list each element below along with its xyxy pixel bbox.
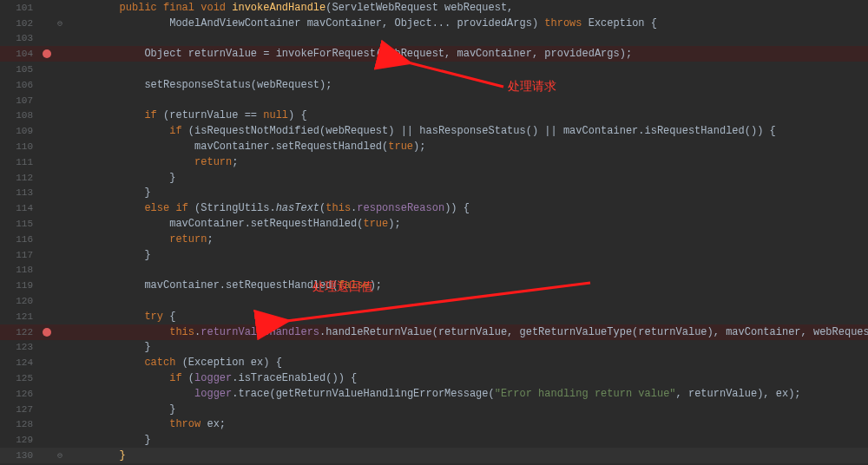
code-line-110[interactable]: 110 mavContainer.setRequestHandled(true)… (0, 139, 868, 154)
line-number: 111 (0, 157, 40, 167)
line-number: 129 (0, 435, 40, 445)
line-number: 102 (0, 18, 40, 29)
code-line-103[interactable]: 103 (0, 31, 868, 47)
line-number: 105 (0, 64, 40, 75)
fold-gutter[interactable]: ⊖ (54, 18, 66, 29)
code-text[interactable]: this.returnValueHandlers.handleReturnVal… (66, 326, 868, 338)
line-number: 118 (0, 265, 40, 275)
code-text[interactable]: } (66, 434, 868, 446)
code-text[interactable]: Object returnValue = invokeForRequest(we… (66, 48, 868, 60)
code-text[interactable]: mavContainer.setRequestHandled(true); (66, 141, 868, 153)
code-line-128[interactable]: 128 throw ex; (0, 417, 868, 433)
line-number: 115 (0, 219, 40, 229)
line-number: 104 (0, 49, 40, 59)
line-number: 127 (0, 404, 40, 415)
code-text[interactable]: logger.trace(getReturnValueHandlingError… (66, 388, 868, 400)
code-line-129[interactable]: 129 } (0, 432, 868, 448)
code-line-102[interactable]: 102⊖ ModelAndViewContainer mavContainer,… (0, 16, 868, 31)
line-number: 122 (0, 327, 40, 337)
breakpoint-gutter[interactable] (40, 328, 54, 337)
line-number: 110 (0, 141, 40, 152)
line-number: 116 (0, 234, 40, 245)
line-number: 121 (0, 311, 40, 322)
line-number: 125 (0, 373, 40, 383)
code-line-114[interactable]: 114 else if (StringUtils.hasText(this.re… (0, 200, 868, 216)
line-number: 113 (0, 187, 40, 198)
code-line-130[interactable]: 130⊖ } (0, 448, 868, 463)
code-text[interactable]: if (returnValue == null) { (66, 109, 868, 121)
code-line-121[interactable]: 121 try { (0, 309, 868, 324)
code-line-117[interactable]: 117 } (0, 247, 868, 263)
code-editor[interactable]: 101 public final void invokeAndHandle(Se… (0, 0, 868, 465)
code-line-112[interactable]: 112 } (0, 170, 868, 186)
code-text[interactable]: try { (66, 311, 868, 323)
code-text[interactable]: if (logger.isTraceEnabled()) { (66, 372, 868, 384)
code-text[interactable]: } (66, 187, 868, 199)
code-line-113[interactable]: 113 } (0, 186, 868, 201)
line-number: 101 (0, 3, 40, 13)
code-line-111[interactable]: 111 return; (0, 154, 868, 170)
code-line-123[interactable]: 123 } (0, 340, 868, 356)
line-number: 126 (0, 389, 40, 399)
line-number: 103 (0, 33, 40, 43)
code-line-122[interactable]: 122 this.returnValueHandlers.handleRetur… (0, 324, 868, 340)
line-number: 106 (0, 80, 40, 90)
code-line-118[interactable]: 118 (0, 263, 868, 278)
breakpoint-icon[interactable] (43, 328, 51, 337)
line-number: 128 (0, 419, 40, 429)
code-text[interactable]: setResponseStatus(webRequest); (66, 79, 868, 91)
code-line-127[interactable]: 127 } (0, 402, 868, 417)
line-number: 108 (0, 110, 40, 121)
code-text[interactable]: catch (Exception ex) { (66, 357, 868, 369)
code-text[interactable]: return; (66, 156, 868, 168)
code-line-125[interactable]: 125 if (logger.isTraceEnabled()) { (0, 370, 868, 386)
line-number: 130 (0, 450, 40, 461)
code-text[interactable]: public final void invokeAndHandle(Servle… (66, 2, 868, 14)
line-number: 117 (0, 250, 40, 260)
line-number: 112 (0, 173, 40, 183)
code-text[interactable]: return; (66, 233, 868, 246)
line-number: 119 (0, 280, 40, 291)
fold-gutter[interactable]: ⊖ (54, 450, 66, 461)
code-text[interactable]: mavContainer.setRequestHandled(true); (66, 218, 868, 230)
line-number: 123 (0, 342, 40, 352)
line-number: 114 (0, 203, 40, 213)
code-line-115[interactable]: 115 mavContainer.setRequestHandled(true)… (0, 216, 868, 232)
code-line-116[interactable]: 116 return; (0, 232, 868, 247)
code-text[interactable]: } (66, 449, 868, 462)
code-text[interactable]: } (66, 403, 868, 416)
code-line-126[interactable]: 126 logger.trace(getReturnValueHandlingE… (0, 386, 868, 402)
code-line-119[interactable]: 119 mavContainer.setRequestHandled(false… (0, 278, 868, 293)
breakpoint-icon[interactable] (43, 49, 51, 58)
code-text[interactable]: ModelAndViewContainer mavContainer, Obje… (66, 17, 868, 29)
code-line-109[interactable]: 109 if (isRequestNotModified(webRequest)… (0, 123, 868, 139)
code-line-106[interactable]: 106 setResponseStatus(webRequest); (0, 77, 868, 93)
code-line-101[interactable]: 101 public final void invokeAndHandle(Se… (0, 0, 868, 16)
code-text[interactable]: else if (StringUtils.hasText(this.respon… (66, 202, 868, 214)
code-text[interactable]: throw ex; (66, 418, 868, 430)
line-number: 107 (0, 95, 40, 106)
code-line-108[interactable]: 108 if (returnValue == null) { (0, 108, 868, 124)
code-text[interactable]: mavContainer.setRequestHandled(false); (66, 279, 868, 291)
code-text[interactable]: } (66, 172, 868, 184)
code-line-104[interactable]: 104 Object returnValue = invokeForReques… (0, 46, 868, 62)
code-line-107[interactable]: 107 (0, 93, 868, 108)
code-text[interactable]: } (66, 341, 868, 353)
code-line-124[interactable]: 124 catch (Exception ex) { (0, 355, 868, 370)
code-text[interactable]: } (66, 249, 868, 261)
breakpoint-gutter[interactable] (40, 49, 54, 58)
line-number: 120 (0, 296, 40, 306)
code-line-120[interactable]: 120 (0, 293, 868, 309)
line-number: 124 (0, 357, 40, 368)
code-text[interactable]: if (isRequestNotModified(webRequest) || … (66, 125, 868, 137)
code-line-105[interactable]: 105 (0, 62, 868, 77)
line-number: 109 (0, 126, 40, 136)
